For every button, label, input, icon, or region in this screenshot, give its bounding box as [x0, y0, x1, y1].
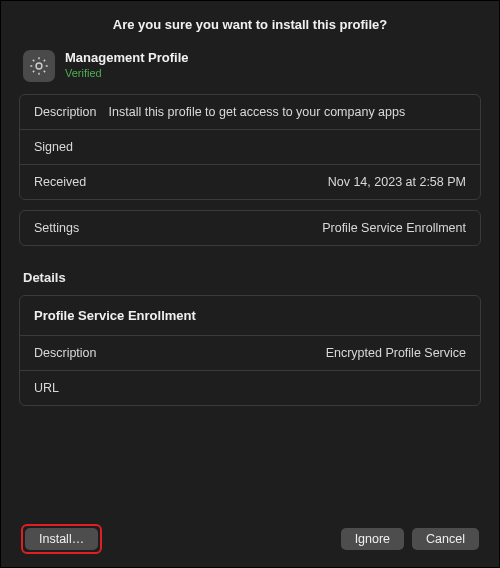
details-description-label: Description — [34, 346, 97, 360]
gear-icon — [23, 50, 55, 82]
info-panel: Description Install this profile to get … — [19, 94, 481, 200]
profile-header: Management Profile Verified — [19, 50, 481, 82]
dialog-content: Management Profile Verified Description … — [1, 50, 499, 406]
details-panel-title: Profile Service Enrollment — [20, 296, 480, 336]
row-signed: Signed — [20, 130, 480, 165]
settings-value: Profile Service Enrollment — [91, 221, 466, 235]
profile-status: Verified — [65, 67, 189, 79]
description-value: Install this profile to get access to yo… — [109, 105, 466, 119]
details-panel: Profile Service Enrollment Description E… — [19, 295, 481, 406]
install-highlight: Install… — [21, 524, 102, 554]
details-description-value: Encrypted Profile Service — [109, 346, 466, 360]
row-details-description: Description Encrypted Profile Service — [20, 336, 480, 371]
settings-label: Settings — [34, 221, 79, 235]
details-heading: Details — [19, 256, 481, 295]
svg-point-0 — [36, 63, 42, 69]
install-profile-dialog: Are you sure you want to install this pr… — [0, 0, 500, 568]
row-settings: Settings Profile Service Enrollment — [20, 211, 480, 245]
ignore-button[interactable]: Ignore — [341, 528, 404, 550]
dialog-title: Are you sure you want to install this pr… — [1, 1, 499, 50]
received-value: Nov 14, 2023 at 2:58 PM — [98, 175, 466, 189]
details-url-label: URL — [34, 381, 59, 395]
settings-panel: Settings Profile Service Enrollment — [19, 210, 481, 246]
profile-name-block: Management Profile Verified — [65, 50, 189, 79]
signed-label: Signed — [34, 140, 73, 154]
row-received: Received Nov 14, 2023 at 2:58 PM — [20, 165, 480, 199]
received-label: Received — [34, 175, 86, 189]
install-button[interactable]: Install… — [25, 528, 98, 550]
dialog-footer: Install… Ignore Cancel — [1, 511, 499, 567]
profile-name: Management Profile — [65, 50, 189, 67]
description-label: Description — [34, 105, 97, 119]
row-description: Description Install this profile to get … — [20, 95, 480, 130]
cancel-button[interactable]: Cancel — [412, 528, 479, 550]
row-details-url: URL — [20, 371, 480, 405]
